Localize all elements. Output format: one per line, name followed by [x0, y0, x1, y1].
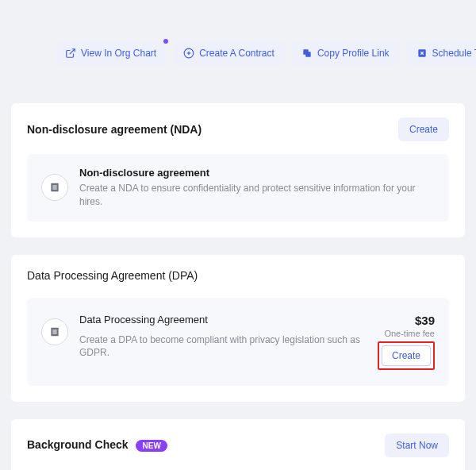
document-icon	[41, 174, 68, 201]
schedule-termination-label: Schedule Termination	[432, 48, 476, 59]
bg-section-title: Background Check NEW	[27, 438, 167, 452]
svg-rect-5	[303, 49, 308, 54]
dpa-item-desc: Create a DPA to become compliant with pr…	[79, 333, 367, 360]
schedule-termination-button[interactable]: Schedule Termination	[407, 41, 476, 65]
view-org-chart-button[interactable]: View In Org Chart	[56, 41, 166, 65]
nda-card: Non-disclosure agreement (NDA) Create No…	[11, 103, 465, 237]
new-badge: NEW	[136, 440, 167, 452]
plus-circle-icon	[183, 48, 194, 59]
nda-section-title: Non-disclosure agreement (NDA)	[27, 123, 202, 136]
notification-dot	[163, 39, 168, 44]
dpa-create-button[interactable]: Create	[382, 345, 431, 366]
dpa-section-title: Data Processing Agreement (DPA)	[27, 269, 198, 282]
bg-start-now-button[interactable]: Start Now	[385, 433, 449, 457]
dpa-create-highlight: Create	[378, 341, 435, 370]
copy-profile-link-button[interactable]: Copy Profile Link	[292, 41, 399, 65]
bg-section-title-text: Background Check	[27, 438, 129, 451]
create-contract-button[interactable]: Create A Contract	[174, 41, 284, 65]
dpa-price: $39	[415, 314, 435, 327]
dpa-card: Data Processing Agreement (DPA) Data Pro…	[11, 255, 465, 402]
view-org-chart-label: View In Org Chart	[81, 48, 156, 59]
x-square-icon	[416, 48, 428, 59]
copy-profile-link-label: Copy Profile Link	[317, 48, 390, 59]
create-contract-label: Create A Contract	[199, 48, 274, 59]
nda-row: Non-disclosure agreement Create a NDA to…	[27, 154, 449, 222]
svg-line-0	[70, 49, 75, 54]
nda-item-desc: Create a NDA to ensure confidentiality a…	[79, 182, 435, 209]
document-icon	[41, 318, 68, 345]
dpa-fee-note: One-time fee	[384, 329, 435, 338]
copy-icon	[301, 48, 313, 59]
external-link-icon	[65, 48, 76, 59]
action-toolbar: View In Org Chart Create A Contract Copy…	[0, 0, 476, 65]
background-check-card: Background Check NEW Start Now Verify th…	[11, 419, 465, 470]
nda-create-button[interactable]: Create	[398, 118, 449, 141]
nda-item-title: Non-disclosure agreement	[79, 167, 435, 179]
dpa-item-title: Data Processing Agreement	[79, 314, 367, 326]
dpa-row: Data Processing Agreement Create a DPA t…	[27, 298, 449, 386]
